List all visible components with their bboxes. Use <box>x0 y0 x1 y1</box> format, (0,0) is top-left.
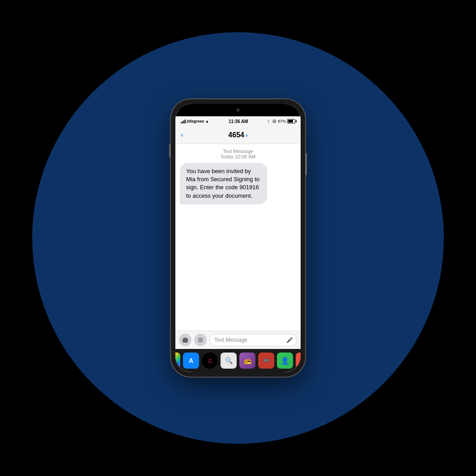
app-store-icon[interactable]: A <box>183 353 199 369</box>
podcast-icon: 📻 <box>244 357 251 365</box>
battery-icon <box>287 119 295 123</box>
camera-icon <box>182 337 188 343</box>
message-input-placeholder: Text Message <box>214 337 247 343</box>
message-metadata: Text Message Today 10:06 AM <box>180 149 296 159</box>
game-app-icon[interactable]: 🎮 <box>258 353 274 369</box>
app-store-label: A <box>189 357 193 364</box>
podcast-app-icon[interactable]: 📻 <box>239 353 255 369</box>
message-text: You have been invited by Mia from Secure… <box>186 168 259 199</box>
moon-icon: ☾ <box>268 119 271 123</box>
photos-app-icon[interactable] <box>175 353 180 369</box>
messages-area: Text Message Today 10:06 AM You have bee… <box>175 144 301 331</box>
status-left: 2degrees ▲ <box>181 119 209 123</box>
phone-camera <box>236 108 240 112</box>
camera-button[interactable] <box>179 334 191 346</box>
wifi-icon: ▲ <box>205 119 209 123</box>
message-type-label: Text Message <box>180 149 296 154</box>
at-icon: @ <box>272 119 276 123</box>
music-app-icon[interactable]: ♫ <box>202 353 218 369</box>
signal-icon <box>181 119 186 123</box>
message-input[interactable]: Text Message 🎤 <box>209 334 297 346</box>
contact-name[interactable]: 4654 <box>228 131 244 139</box>
game-icon: 🎮 <box>263 357 270 364</box>
phone-notch <box>175 104 301 116</box>
contacts-icon: 👤 <box>280 357 289 365</box>
phone-screen: 2degrees ▲ 11:36 AM ☾ @ 87% ‹ 4654 <box>175 104 301 372</box>
battery-percent: 87% <box>278 119 286 123</box>
status-bar: 2degrees ▲ 11:36 AM ☾ @ 87% <box>175 116 301 126</box>
status-time: 11:36 AM <box>229 119 248 124</box>
message-time-label: Today 10:06 AM <box>180 154 296 159</box>
red-app-icon[interactable]: ✕ <box>296 353 301 369</box>
music-icon: ♫ <box>207 357 212 365</box>
microphone-icon: 🎤 <box>286 337 293 343</box>
search-app-icon[interactable]: 🔍 <box>221 353 237 369</box>
nav-title: 4654 › <box>228 131 247 139</box>
search-icon: 🔍 <box>225 357 233 365</box>
appstore-button[interactable] <box>194 334 207 346</box>
status-right: ☾ @ 87% <box>268 119 295 123</box>
phone-frame: 2degrees ▲ 11:36 AM ☾ @ 87% ‹ 4654 <box>171 99 305 377</box>
navigation-bar: ‹ 4654 › <box>175 126 301 144</box>
app-dock: A ♫ 🔍 📻 🎮 👤 ✕ <box>175 349 301 372</box>
background-circle: 2degrees ▲ 11:36 AM ☾ @ 87% ‹ 4654 <box>32 32 444 444</box>
input-bar: Text Message 🎤 <box>175 331 301 349</box>
back-button[interactable]: ‹ <box>181 130 183 140</box>
nav-chevron-icon: › <box>246 132 248 139</box>
apps-icon <box>197 337 204 343</box>
contacts-app-icon[interactable]: 👤 <box>277 353 293 369</box>
message-bubble: You have been invited by Mia from Secure… <box>180 163 267 204</box>
carrier-label: 2degrees <box>187 119 204 123</box>
